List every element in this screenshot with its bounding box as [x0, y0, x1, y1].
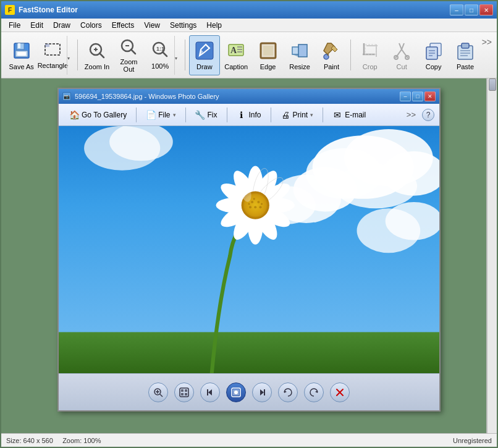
photo-image	[59, 126, 439, 373]
zoom-out-button[interactable]: Zoom Out	[114, 35, 144, 75]
menu-draw[interactable]: Draw	[48, 20, 75, 31]
rotate-right-button[interactable]	[304, 382, 324, 402]
svg-point-86	[261, 203, 263, 205]
paint-icon	[320, 40, 342, 62]
menu-view[interactable]: View	[139, 20, 165, 31]
paint-button[interactable]: Paint	[316, 35, 347, 75]
svg-point-84	[259, 206, 261, 208]
draw-button[interactable]: Draw	[189, 35, 219, 75]
svg-rect-2	[18, 43, 20, 48]
zoom-control-button[interactable]	[148, 382, 168, 402]
fix-icon: 🔧	[195, 110, 205, 120]
separator-1	[77, 40, 78, 70]
minimize-button[interactable]: –	[450, 4, 463, 15]
zoom-100-dropdown-arrow[interactable]: ▾	[174, 36, 180, 75]
save-as-icon	[11, 40, 33, 62]
file-dropdown-arrow: ▾	[173, 112, 176, 118]
svg-rect-6	[45, 44, 49, 47]
rectangle-button[interactable]: Rectangle ▾	[38, 35, 74, 75]
resize-button[interactable]: Resize	[284, 35, 314, 75]
crop-button[interactable]: Crop	[355, 35, 385, 75]
paste-button[interactable]: Paste	[450, 35, 480, 75]
copy-button[interactable]: Copy	[418, 35, 449, 75]
cut-label: Cut	[397, 63, 407, 70]
separator-3	[350, 40, 351, 70]
photo-toolbar-more: >> ?	[403, 109, 434, 121]
file-button[interactable]: 📄 File ▾	[140, 108, 181, 122]
draw-label: Draw	[196, 63, 213, 70]
svg-rect-97	[185, 393, 187, 395]
svg-rect-96	[181, 393, 184, 395]
toolbar: Save As Rectangle ▾	[1, 32, 497, 78]
main-content: 📷 596694_19539864.jpg - Windows Photo Ga…	[1, 78, 497, 433]
paste-icon	[454, 40, 476, 62]
photo-window: 📷 596694_19539864.jpg - Windows Photo Ga…	[57, 88, 441, 412]
photo-sep-4	[271, 108, 271, 122]
draw-icon	[193, 40, 216, 62]
photo-minimize-button[interactable]: –	[400, 91, 411, 101]
svg-line-13	[131, 49, 135, 54]
svg-line-36	[395, 49, 402, 58]
info-icon: ℹ	[237, 110, 247, 120]
svg-rect-4	[17, 52, 26, 56]
gallery-button[interactable]: 🏠 Go To Gallery	[64, 108, 132, 122]
separator-2	[185, 40, 185, 70]
rectangle-dropdown-arrow[interactable]: ▾	[67, 36, 73, 75]
menu-settings[interactable]: Settings	[165, 20, 201, 31]
toolbar-more-button[interactable]: >>	[482, 35, 492, 47]
photo-sep-2	[185, 108, 186, 122]
photo-more-button[interactable]: >>	[403, 109, 420, 120]
file-icon: 📄	[146, 110, 156, 120]
menu-file[interactable]: File	[4, 20, 25, 31]
menu-help[interactable]: Help	[201, 20, 227, 31]
app-icon: F	[5, 5, 15, 15]
photo-help-button[interactable]: ?	[422, 109, 434, 121]
svg-point-80	[251, 201, 253, 203]
photo-maximize-button[interactable]: □	[412, 91, 423, 101]
info-button[interactable]: ℹ Info	[231, 108, 267, 122]
photo-close-button[interactable]: ✕	[424, 91, 436, 101]
svg-point-87	[248, 203, 250, 205]
view-button[interactable]	[226, 382, 246, 402]
slideshow-button[interactable]	[174, 382, 194, 402]
svg-rect-26	[263, 46, 273, 56]
prev-button[interactable]	[200, 382, 220, 402]
copy-label: Copy	[426, 63, 442, 70]
svg-point-85	[253, 198, 255, 200]
photo-bottom-controls	[59, 373, 439, 410]
svg-line-37	[402, 49, 408, 58]
zoom-100-button[interactable]: 1:1 100% ▾	[145, 35, 181, 75]
scrollbar-thumb[interactable]	[489, 78, 496, 91]
zoom-100-icon: 1:1	[151, 40, 169, 62]
close-button[interactable]: ✕	[479, 4, 493, 15]
save-as-button[interactable]: Save As	[6, 35, 36, 75]
next-button[interactable]	[252, 382, 272, 402]
vertical-scrollbar[interactable]	[487, 78, 497, 433]
status-registration: Unregistered	[453, 437, 492, 444]
photo-sep-3	[227, 108, 227, 122]
rotate-left-button[interactable]	[278, 382, 298, 402]
cut-button[interactable]: Cut	[386, 35, 416, 75]
svg-marker-105	[284, 391, 287, 393]
menu-edit[interactable]: Edit	[25, 20, 48, 31]
fix-button[interactable]: 🔧 Fix	[190, 108, 223, 122]
print-button[interactable]: 🖨 Print ▾	[275, 108, 319, 122]
svg-text:1:1: 1:1	[156, 46, 164, 52]
caption-button[interactable]: A Caption	[221, 35, 251, 75]
svg-point-82	[254, 206, 256, 208]
maximize-button[interactable]: □	[465, 4, 478, 15]
edge-button[interactable]: Edge	[253, 35, 283, 75]
paint-label: Paint	[324, 63, 339, 70]
save-as-label: Save As	[9, 63, 34, 70]
delete-button[interactable]	[330, 382, 350, 402]
email-button[interactable]: ✉ E-mail	[327, 108, 371, 122]
cut-icon	[390, 40, 413, 62]
svg-marker-106	[315, 391, 318, 393]
svg-marker-98	[208, 389, 212, 395]
photo-sep-1	[136, 108, 137, 122]
menu-colors[interactable]: Colors	[75, 20, 107, 31]
photo-toolbar: 🏠 Go To Gallery 📄 File ▾ 🔧 Fix ℹ Inf	[59, 104, 439, 126]
resize-icon	[289, 40, 311, 62]
zoom-in-button[interactable]: Zoom In	[82, 35, 112, 75]
menu-effects[interactable]: Effects	[107, 20, 139, 31]
